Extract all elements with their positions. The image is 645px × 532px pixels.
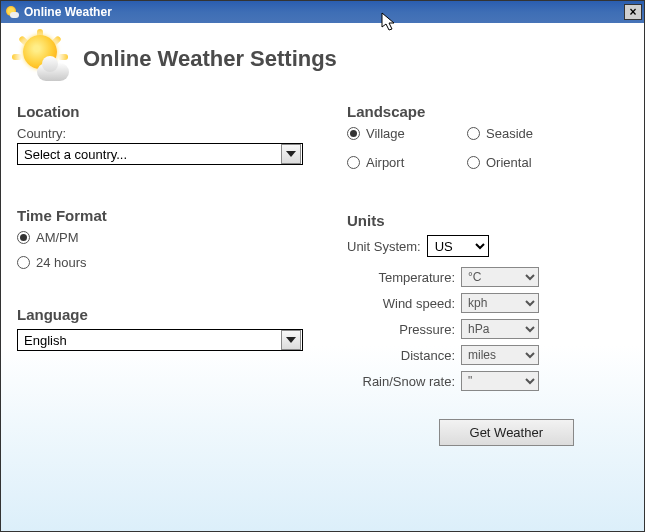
radio-label: Seaside — [486, 126, 533, 141]
radio-seaside[interactable]: Seaside — [467, 126, 587, 141]
country-select[interactable]: Select a country... — [17, 143, 303, 165]
get-weather-button[interactable]: Get Weather — [439, 419, 574, 446]
pressure-label: Pressure: — [347, 322, 455, 337]
chevron-down-icon — [281, 330, 301, 350]
landscape-heading: Landscape — [347, 103, 628, 120]
language-value: English — [18, 333, 281, 348]
radio-icon — [347, 156, 360, 169]
titlebar: Online Weather × — [1, 1, 644, 23]
pressure-select[interactable]: hPa — [461, 319, 539, 339]
radio-label: 24 hours — [36, 255, 87, 270]
page-title: Online Weather Settings — [83, 46, 337, 72]
temperature-label: Temperature: — [347, 270, 455, 285]
radio-label: Airport — [366, 155, 404, 170]
rain-label: Rain/Snow rate: — [347, 374, 455, 389]
app-icon — [5, 5, 19, 19]
country-value: Select a country... — [18, 147, 281, 162]
rain-select[interactable]: " — [461, 371, 539, 391]
radio-label: Oriental — [486, 155, 532, 170]
weather-icon — [17, 33, 69, 85]
distance-label: Distance: — [347, 348, 455, 363]
close-icon: × — [629, 5, 636, 19]
radio-icon — [467, 156, 480, 169]
units-heading: Units — [347, 212, 628, 229]
radio-icon — [17, 231, 30, 244]
window: Online Weather × Online Weather Settings… — [0, 0, 645, 532]
language-select[interactable]: English — [17, 329, 303, 351]
temperature-select[interactable]: °C — [461, 267, 539, 287]
radio-icon — [17, 256, 30, 269]
radio-label: Village — [366, 126, 405, 141]
chevron-down-icon — [281, 144, 301, 164]
unit-system-label: Unit System: — [347, 239, 421, 254]
language-heading: Language — [17, 306, 317, 323]
radio-24h[interactable]: 24 hours — [17, 255, 317, 270]
unit-system-select[interactable]: US — [427, 235, 489, 257]
location-heading: Location — [17, 103, 317, 120]
close-button[interactable]: × — [624, 4, 642, 20]
wind-label: Wind speed: — [347, 296, 455, 311]
time-format-heading: Time Format — [17, 207, 317, 224]
wind-select[interactable]: kph — [461, 293, 539, 313]
radio-label: AM/PM — [36, 230, 79, 245]
radio-icon — [467, 127, 480, 140]
radio-oriental[interactable]: Oriental — [467, 155, 587, 170]
radio-ampm[interactable]: AM/PM — [17, 230, 317, 245]
window-title: Online Weather — [24, 5, 112, 19]
radio-airport[interactable]: Airport — [347, 155, 467, 170]
country-label: Country: — [17, 126, 317, 141]
radio-icon — [347, 127, 360, 140]
distance-select[interactable]: miles — [461, 345, 539, 365]
radio-village[interactable]: Village — [347, 126, 467, 141]
